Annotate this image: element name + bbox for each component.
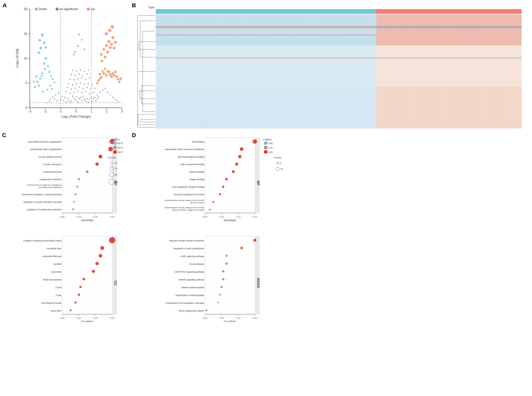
svg-point-406: [219, 193, 221, 195]
svg-text:0.10: 0.10: [219, 317, 224, 319]
svg-point-25: [85, 101, 86, 102]
svg-text:complement activation, classic: complement activation, classical pathway: [21, 193, 62, 196]
svg-point-302: [74, 193, 77, 196]
svg-point-121: [35, 76, 37, 78]
svg-text:Hypertrophic cardiomyopathy: Hypertrophic cardiomyopathy: [175, 294, 204, 297]
panel-d-label: D: [132, 132, 136, 139]
svg-point-43: [62, 96, 63, 97]
svg-point-164: [113, 47, 116, 50]
svg-point-136: [101, 70, 104, 73]
svg-text:10: 10: [24, 57, 28, 60]
svg-point-355: [100, 246, 104, 250]
svg-point-35: [92, 101, 93, 102]
svg-text:GeneRatio: GeneRatio: [224, 320, 236, 322]
svg-point-408: [209, 209, 211, 210]
svg-point-28: [72, 96, 73, 97]
svg-text:-3: -3: [29, 110, 31, 113]
svg-point-104: [46, 102, 47, 103]
svg-point-39: [63, 100, 64, 101]
svg-point-128: [43, 42, 45, 44]
svg-point-359: [83, 278, 85, 280]
svg-point-75: [79, 73, 80, 75]
svg-rect-241: [376, 45, 522, 87]
svg-point-143: [113, 74, 115, 77]
svg-point-47: [77, 90, 79, 92]
svg-point-89: [73, 54, 75, 55]
svg-point-100: [50, 98, 51, 100]
svg-text:muscle contraction: muscle contraction: [43, 163, 62, 166]
svg-point-145: [114, 71, 117, 73]
panel-b: B Type: [130, 0, 532, 130]
svg-point-158: [105, 44, 108, 47]
svg-point-40: [96, 100, 97, 102]
svg-point-161: [111, 36, 114, 39]
svg-text:humoral immune response mediat: humoral immune response mediated by: [27, 184, 62, 186]
svg-point-78: [71, 74, 72, 75]
svg-point-151: [119, 77, 122, 80]
svg-point-63: [80, 83, 81, 84]
svg-point-49: [85, 91, 86, 92]
svg-point-150: [118, 81, 121, 83]
svg-text:10: 10: [115, 162, 117, 164]
svg-point-109: [41, 72, 43, 75]
svg-point-37: [94, 97, 96, 98]
svg-point-15: [71, 101, 72, 102]
svg-text:oxidoreductase activity, actin: oxidoreductase activity, acting on the C…: [165, 206, 204, 209]
svg-rect-248: [156, 34, 376, 36]
svg-text:0.06: 0.06: [268, 142, 273, 145]
svg-point-160: [110, 43, 113, 46]
svg-point-79: [76, 70, 77, 72]
svg-point-96: [58, 92, 59, 93]
svg-text:Log₂ (Fold Change): Log₂ (Fold Change): [61, 115, 91, 118]
svg-point-17: [77, 102, 79, 103]
svg-point-120: [40, 75, 43, 77]
svg-point-97: [54, 98, 55, 99]
svg-text:KEGG: KEGG: [256, 278, 260, 288]
svg-point-65: [88, 83, 89, 84]
svg-text:collagen-containing extracellu: collagen-containing extracellular matrix: [23, 239, 62, 242]
svg-point-107: [45, 57, 47, 60]
svg-text:0.10: 0.10: [219, 216, 224, 218]
svg-rect-250: [156, 57, 376, 59]
svg-point-83: [88, 70, 89, 71]
svg-point-407: [213, 201, 214, 203]
svg-point-70: [81, 77, 83, 79]
svg-point-403: [232, 170, 235, 173]
svg-text:blood microparticle: blood microparticle: [43, 278, 62, 281]
svg-point-404: [225, 178, 228, 180]
svg-text:15: 15: [115, 167, 117, 170]
svg-point-91: [99, 92, 101, 93]
svg-point-29: [68, 100, 70, 101]
svg-point-95: [55, 94, 57, 96]
svg-text:1: 1: [91, 110, 92, 113]
svg-point-296: [108, 147, 113, 151]
svg-point-401: [238, 155, 242, 158]
svg-point-41: [97, 98, 98, 99]
svg-point-30: [88, 102, 89, 103]
panel-b-label: B: [132, 2, 136, 9]
svg-point-118: [54, 82, 56, 83]
svg-point-64: [84, 84, 85, 85]
svg-point-455: [240, 247, 243, 250]
svg-text:CC: CC: [114, 281, 118, 286]
svg-point-59: [67, 87, 68, 88]
svg-point-24: [76, 96, 77, 98]
svg-text:Renin-angiotensin system: Renin-angiotensin system: [179, 310, 204, 312]
svg-text:25: 25: [115, 181, 118, 183]
svg-point-156: [109, 46, 112, 49]
svg-text:regulation of protein activati: regulation of protein activation cascade: [23, 201, 62, 203]
svg-text:0.15: 0.15: [236, 216, 241, 218]
svg-point-125: [49, 85, 51, 87]
svg-point-110: [47, 65, 49, 67]
svg-point-417: [277, 162, 279, 164]
mf-kegg-plot: MF 0.05 0.10 0.15 0.20 GeneRatio actin b…: [132, 132, 405, 322]
svg-point-72: [89, 78, 90, 79]
svg-rect-365: [255, 138, 260, 213]
svg-point-124: [42, 91, 44, 93]
svg-point-155: [106, 51, 109, 53]
svg-text:5: 5: [25, 81, 27, 85]
svg-text:actin binding: actin binding: [192, 140, 204, 143]
svg-rect-310: [113, 150, 117, 153]
svg-text:extracellular matrix organizat: extracellular matrix organization: [30, 148, 62, 151]
svg-text:0.05: 0.05: [60, 216, 65, 218]
